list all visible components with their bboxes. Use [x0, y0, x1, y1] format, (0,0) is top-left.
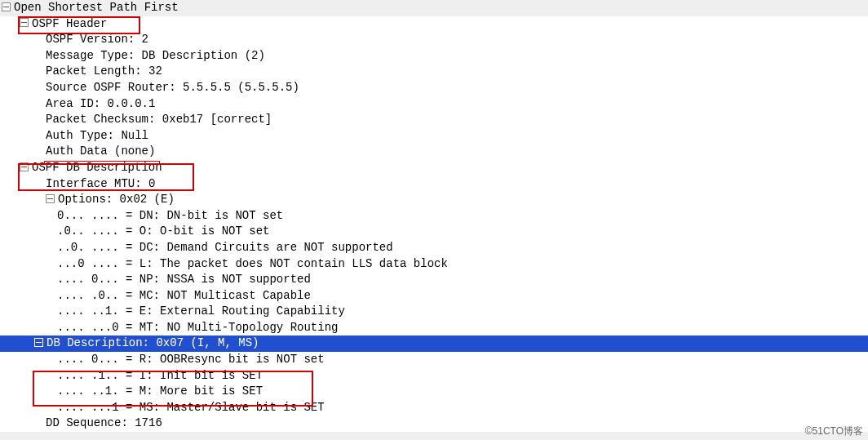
opt-dn[interactable]: 0... .... = DN: DN-bit is NOT set	[0, 208, 868, 224]
collapse-icon[interactable]	[2, 2, 11, 11]
watermark: ©51CTO博客	[805, 424, 863, 438]
field-msgtype[interactable]: Message Type: DB Description (2)	[0, 48, 868, 64]
collapse-icon[interactable]	[20, 162, 29, 171]
field-mtu[interactable]: Interface MTU: 0	[0, 176, 868, 193]
root-label: Open Shortest Path First	[14, 1, 179, 14]
opt-mt[interactable]: .... ...0 = MT: NO Multi-Topology Routin…	[0, 320, 868, 336]
collapse-icon[interactable]	[34, 338, 43, 347]
field-authdata[interactable]: Auth Data (none)	[0, 144, 868, 160]
opt-l[interactable]: ...0 .... = L: The packet does NOT conta…	[0, 256, 868, 273]
field-authtype[interactable]: Auth Type: Null	[0, 128, 868, 144]
field-areaid[interactable]: Area ID: 0.0.0.1	[0, 96, 868, 113]
dbdesc-flags-row[interactable]: DB Description: 0x07 (I, M, MS)	[0, 336, 868, 352]
field-pktlen[interactable]: Packet Length: 32	[0, 64, 868, 80]
dbdesc-flags-label: DB Description: 0x07 (I, M, MS)	[46, 336, 259, 349]
ospf-dbdesc-label: OSPF DB Description	[32, 161, 162, 174]
field-srcrouter[interactable]: Source OSPF Router: 5.5.5.5 (5.5.5.5)	[0, 80, 868, 96]
options-label: Options: 0x02 (E)	[58, 193, 175, 206]
collapse-icon[interactable]	[20, 18, 29, 27]
opt-dc[interactable]: ..0. .... = DC: Demand Circuits are NOT …	[0, 240, 868, 256]
field-version[interactable]: OSPF Version: 2	[0, 32, 868, 48]
opt-np[interactable]: .... 0... = NP: NSSA is NOT supported	[0, 272, 868, 288]
field-ddseq[interactable]: DD Sequence: 1716	[0, 416, 868, 432]
ospf-header-label: OSPF Header	[32, 17, 107, 30]
dbd-m[interactable]: .... ..1. = M: More bit is SET	[0, 384, 868, 400]
dbd-ms[interactable]: .... ...1 = MS: Master/Slave bit is SET	[0, 400, 868, 416]
opt-o[interactable]: .0.. .... = O: O-bit is NOT set	[0, 224, 868, 240]
ospf-dbdesc-row[interactable]: OSPF DB Description	[0, 160, 868, 176]
opt-e[interactable]: .... ..1. = E: External Routing Capabili…	[0, 304, 868, 320]
ospf-header-row[interactable]: OSPF Header	[0, 16, 868, 33]
dbd-r[interactable]: .... 0... = R: OOBResync bit is NOT set	[0, 352, 868, 368]
field-checksum[interactable]: Packet Checksum: 0xeb17 [correct]	[0, 112, 868, 128]
dbd-i[interactable]: .... .1.. = I: Init bit is SET	[0, 368, 868, 384]
opt-mc[interactable]: .... .0.. = MC: NOT Multicast Capable	[0, 288, 868, 304]
options-row[interactable]: Options: 0x02 (E)	[0, 192, 868, 208]
root-row[interactable]: Open Shortest Path First	[0, 0, 868, 16]
collapse-icon[interactable]	[46, 194, 55, 203]
